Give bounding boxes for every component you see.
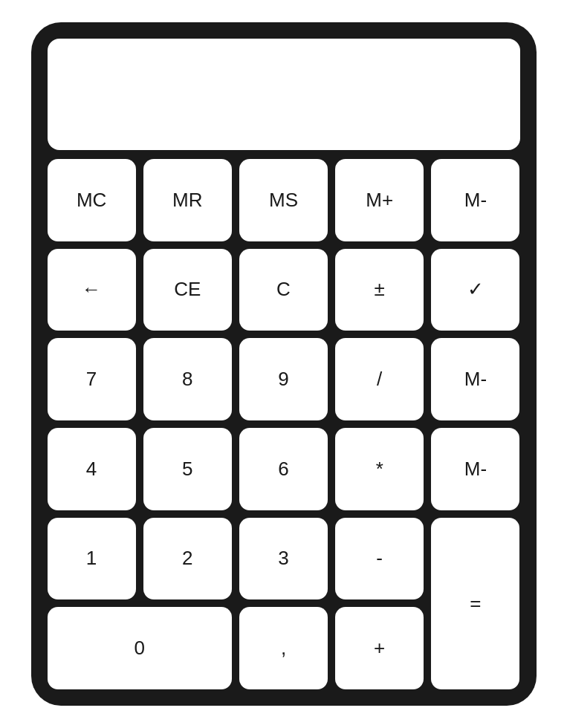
mr-button[interactable]: MR bbox=[143, 159, 232, 241]
ms-button[interactable]: MS bbox=[239, 159, 328, 241]
7-button[interactable]: 7 bbox=[48, 338, 136, 420]
ce-button[interactable]: CE bbox=[143, 249, 232, 331]
add-button[interactable]: + bbox=[335, 607, 424, 689]
calculator-display bbox=[48, 39, 520, 150]
buttons-grid: MC MR MS M+ M- ← CE C ± ✓ 7 8 9 / M- 4 5… bbox=[48, 159, 520, 689]
4-button[interactable]: 4 bbox=[48, 428, 136, 510]
multiply-button[interactable]: * bbox=[335, 428, 424, 510]
c-button[interactable]: C bbox=[239, 249, 328, 331]
mplus-button[interactable]: M+ bbox=[335, 159, 424, 241]
9-button[interactable]: 9 bbox=[239, 338, 328, 420]
equals-button[interactable]: = bbox=[431, 518, 519, 689]
check-button[interactable]: ✓ bbox=[431, 249, 519, 331]
subtract-button[interactable]: - bbox=[335, 518, 424, 600]
divide-button[interactable]: / bbox=[335, 338, 424, 420]
6-button[interactable]: 6 bbox=[239, 428, 328, 510]
mminus1-button[interactable]: M- bbox=[431, 159, 519, 241]
0-button[interactable]: 0 bbox=[48, 607, 232, 689]
3-button[interactable]: 3 bbox=[239, 518, 328, 600]
mc-button[interactable]: MC bbox=[48, 159, 136, 241]
comma-button[interactable]: , bbox=[239, 607, 328, 689]
2-button[interactable]: 2 bbox=[143, 518, 232, 600]
plusminus-button[interactable]: ± bbox=[335, 249, 424, 331]
mminus2-button[interactable]: M- bbox=[431, 338, 519, 420]
5-button[interactable]: 5 bbox=[143, 428, 232, 510]
8-button[interactable]: 8 bbox=[143, 338, 232, 420]
mminus3-button[interactable]: M- bbox=[431, 428, 519, 510]
calculator: MC MR MS M+ M- ← CE C ± ✓ 7 8 9 / M- 4 5… bbox=[31, 22, 537, 706]
backspace-button[interactable]: ← bbox=[48, 249, 136, 331]
1-button[interactable]: 1 bbox=[48, 518, 136, 600]
